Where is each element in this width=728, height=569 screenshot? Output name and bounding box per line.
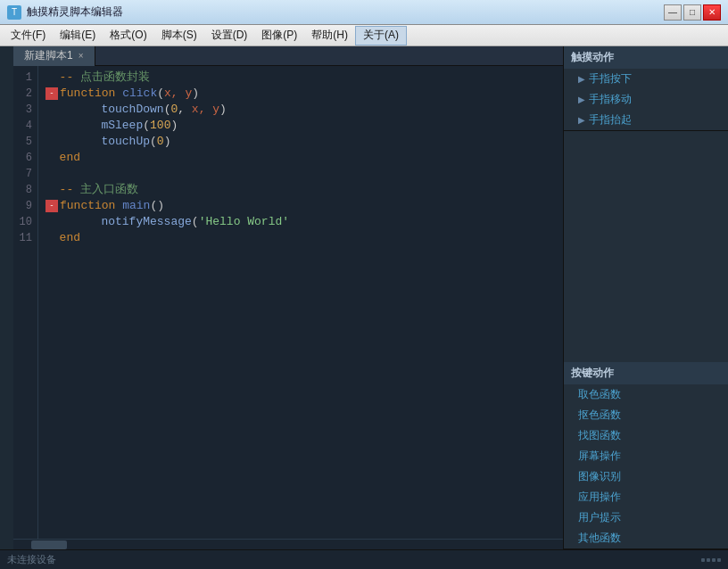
code-line-7 [46, 166, 556, 182]
key-actions-section: 按键动作 取色函数 抠色函数 找图函数 屏幕操作 图像识别 应用操作 用户提示 [564, 362, 728, 549]
collapse-1[interactable]: - [46, 87, 58, 100]
app-icon-text: T [12, 7, 17, 17]
menu-settings[interactable]: 设置(D) [204, 26, 255, 45]
tab-label: 新建脚本1 [24, 48, 73, 63]
right-panel: 触摸动作 ▶ 手指按下 ▶ 手指移动 ▶ 手指抬起 按键动作 取色函数 抠色函数 [563, 46, 728, 549]
item-dot: ▶ [578, 74, 585, 84]
collapse-2[interactable]: - [46, 200, 58, 212]
code-line-1: -- 点击函数封装 [46, 70, 556, 86]
horizontal-scrollbar[interactable] [13, 539, 563, 549]
code-line-3: touchDown(0, x, y) [46, 102, 556, 118]
key-actions-header: 按键动作 [564, 362, 728, 384]
touch-actions-section: 触摸动作 ▶ 手指按下 ▶ 手指移动 ▶ 手指抬起 [564, 46, 728, 131]
status-dots [701, 558, 721, 562]
code-line-11: end [46, 230, 556, 246]
right-spacer [564, 131, 728, 362]
code-line-8: -- 主入口函数 [46, 182, 556, 198]
tab-close-button[interactable]: × [79, 51, 84, 61]
menu-file[interactable]: 文件(F) [4, 26, 53, 45]
code-line-4: mSleep(100) [46, 118, 556, 134]
func-image-recog[interactable]: 图像识别 [564, 466, 728, 487]
touch-actions-header: 触摸动作 [564, 46, 728, 69]
menu-help[interactable]: 帮助(H) [304, 26, 355, 45]
menu-bar: 文件(F) 编辑(E) 格式(O) 脚本(S) 设置(D) 图像(P) 帮助(H… [0, 25, 728, 46]
touch-finger-down[interactable]: ▶ 手指按下 [564, 69, 728, 89]
func-other[interactable]: 其他函数 [564, 528, 728, 548]
item-dot: ▶ [578, 115, 585, 125]
title-text: 触摸精灵脚本编辑器 [27, 4, 123, 20]
line-numbers: 1 2 3 4 5 6 7 8 9 10 11 [13, 66, 38, 539]
func-user-prompt[interactable]: 用户提示 [564, 507, 728, 528]
title-bar-left: T 触摸精灵脚本编辑器 [7, 4, 123, 20]
editor-tab[interactable]: 新建脚本1 × [13, 46, 95, 66]
editor-container: 新建脚本1 × 1 2 3 4 5 6 7 8 9 10 11 [13, 46, 563, 549]
func-color-pick[interactable]: 取色函数 [564, 384, 728, 405]
code-editor[interactable]: 1 2 3 4 5 6 7 8 9 10 11 -- 点击函数封装 -func [13, 66, 563, 539]
code-line-2: -function click(x, y) [46, 86, 556, 102]
title-bar: T 触摸精灵脚本编辑器 — □ ✕ [0, 0, 728, 25]
func-screen[interactable]: 屏幕操作 [564, 446, 728, 466]
close-button[interactable]: ✕ [703, 4, 721, 21]
status-dot-1 [701, 558, 705, 562]
code-line-5: touchUp(0) [46, 134, 556, 150]
minimize-button[interactable]: — [664, 4, 682, 21]
tab-bar: 新建脚本1 × [13, 46, 563, 66]
code-line-6: end [46, 150, 556, 166]
menu-about[interactable]: 关于(A) [355, 26, 407, 45]
menu-script[interactable]: 脚本(S) [154, 26, 204, 45]
scrollbar-thumb[interactable] [31, 540, 67, 549]
item-dot: ▶ [578, 95, 585, 104]
touch-finger-move[interactable]: ▶ 手指移动 [564, 89, 728, 110]
code-line-9: -function main() [46, 198, 556, 214]
func-find-image[interactable]: 找图函数 [564, 425, 728, 446]
status-dot-2 [707, 558, 710, 562]
left-sidebar [0, 46, 13, 549]
status-dot-3 [712, 558, 716, 562]
status-text: 未连接设备 [7, 553, 56, 566]
menu-format[interactable]: 格式(O) [103, 26, 153, 45]
touch-finger-up[interactable]: ▶ 手指抬起 [564, 110, 728, 130]
app-icon: T [7, 5, 21, 20]
code-line-10: notifyMessage('Hello World' [46, 214, 556, 230]
status-dot-4 [717, 558, 721, 562]
window-controls: — □ ✕ [664, 4, 721, 21]
func-app-ops[interactable]: 应用操作 [564, 487, 728, 507]
maximize-button[interactable]: □ [683, 4, 701, 21]
main-layout: 新建脚本1 × 1 2 3 4 5 6 7 8 9 10 11 [0, 46, 728, 549]
menu-image[interactable]: 图像(P) [254, 26, 304, 45]
code-content[interactable]: -- 点击函数封装 -function click(x, y) touchDow… [38, 66, 563, 539]
func-color-clip[interactable]: 抠色函数 [564, 405, 728, 425]
status-bar: 未连接设备 [0, 549, 728, 569]
menu-edit[interactable]: 编辑(E) [53, 26, 103, 45]
